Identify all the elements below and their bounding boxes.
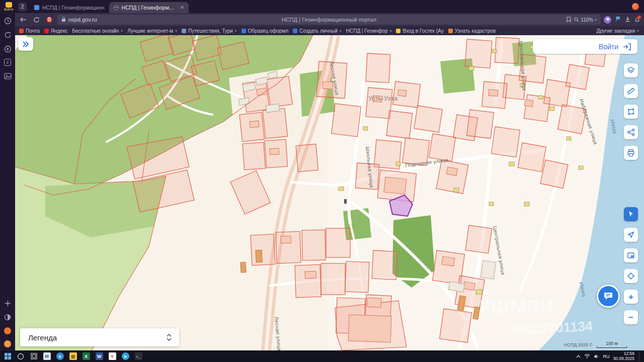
gallery-icon[interactable] <box>4 72 12 80</box>
expand-panel-button[interactable] <box>18 37 33 51</box>
login-label: Войти <box>599 43 618 51</box>
login-icon <box>622 43 631 51</box>
taskbar-clock[interactable]: 12:56 30.09.2025 <box>613 351 634 361</box>
alice-icon[interactable] <box>4 327 11 334</box>
browser-account-icon[interactable] <box>604 16 611 24</box>
chevron-down-icon: ▾ <box>340 29 342 33</box>
place-label: Усть-Ухта <box>368 95 398 102</box>
downloads-icon[interactable] <box>625 15 630 24</box>
bookmark-label: Почта <box>26 28 40 34</box>
locate-button[interactable] <box>624 269 638 283</box>
profile-avatar-icon <box>6 2 12 8</box>
url-field[interactable]: nspd.gov.ru НСПД | Геоинформационный пор… <box>57 15 601 25</box>
zoom-out-button[interactable]: − <box>624 310 638 324</box>
notifications-icon[interactable] <box>634 17 640 23</box>
bookmark-folder[interactable]: НСПД | Геоинфор▾ <box>346 28 392 34</box>
taskview-button[interactable] <box>27 350 40 362</box>
bookmark-label: Узнать кадастров <box>455 28 496 34</box>
play-icon[interactable] <box>4 45 12 53</box>
tab-close-icon[interactable]: × <box>180 4 184 11</box>
map-tools-panel <box>624 63 638 160</box>
taskbar-app-word[interactable]: W <box>93 350 106 362</box>
tab-favicon-icon <box>34 5 39 10</box>
language-indicator[interactable]: RU <box>603 354 609 359</box>
overview-map-button[interactable] <box>624 248 638 262</box>
add-panel-icon[interactable] <box>4 299 12 307</box>
share-button[interactable] <box>624 125 638 139</box>
tab-inactive[interactable]: НСПД | Геоинформацион <box>30 2 109 13</box>
legend-panel[interactable]: Легенда <box>20 328 179 346</box>
bookmark-item[interactable]: Образец оформл <box>242 28 289 34</box>
expand-collapse-icon <box>166 333 172 341</box>
login-button[interactable]: Войти <box>533 39 637 54</box>
volume-icon[interactable] <box>594 354 599 359</box>
taskbar-app-edge[interactable]: e <box>53 350 66 362</box>
other-bookmarks-button[interactable]: Другие закладки ▾ <box>597 28 639 34</box>
profile-label: Войти <box>4 8 13 11</box>
zoom-control[interactable]: 110% ▾ <box>574 17 597 23</box>
history-icon[interactable] <box>4 17 12 25</box>
map-container: Лесная улица Лесная улица Школьная улица… <box>15 35 644 350</box>
bookmark-flag-icon[interactable] <box>567 15 571 24</box>
bookmark-label: НСПД | Геоинфор <box>346 28 388 34</box>
taskbar-app-mail[interactable]: ✉ <box>40 350 53 362</box>
bookmark-favicon-icon <box>182 29 186 33</box>
bookmark-folder[interactable]: Лучшие интернет-м▾ <box>127 28 177 34</box>
taskbar-app-telegram[interactable]: ➤ <box>119 350 132 362</box>
tab-title: НСПД | Геоинформац... <box>122 5 177 11</box>
print-button[interactable] <box>624 146 638 160</box>
my-location-button[interactable] <box>624 228 638 242</box>
chat-button[interactable] <box>597 285 620 308</box>
polygon-icon <box>627 108 635 116</box>
bookmark-folder[interactable]: Путешествия, Тури▾ <box>182 28 237 34</box>
theme-icon[interactable] <box>4 313 12 321</box>
taskview-icon <box>31 353 37 359</box>
sync-icon[interactable] <box>4 31 12 39</box>
bookmark-favicon-icon <box>242 29 246 33</box>
tab-active[interactable]: НСПД | Геоинформац... × <box>109 2 189 13</box>
poi-marker <box>344 199 347 204</box>
zoom-in-button[interactable]: + <box>624 290 638 304</box>
bookmark-item[interactable]: Яндекс <box>44 28 68 34</box>
search-button[interactable] <box>14 350 27 362</box>
taskbar-app-excel[interactable]: X <box>79 350 93 362</box>
chevron-down-icon: ▾ <box>235 29 237 33</box>
target-icon <box>627 272 635 280</box>
chevron-down-icon: ▾ <box>637 29 639 33</box>
taskbar-app-yandex[interactable]: Y <box>106 350 119 362</box>
back-button[interactable] <box>18 15 28 25</box>
flag-icon[interactable] <box>615 15 621 24</box>
bookmarks-bar: Почта Яндекс Бесплатные онлайн▾ Лучшие и… <box>15 26 644 35</box>
share-icon <box>627 128 635 136</box>
globe-favicon-icon <box>114 5 119 10</box>
active-tool-button[interactable] <box>624 207 638 221</box>
tray-chevron-icon[interactable] <box>576 355 581 358</box>
browser-profile-button[interactable]: Войти <box>0 0 17 13</box>
scale-label: 100 м <box>597 341 627 346</box>
bookmark-folder[interactable]: Бесплатные онлайн▾ <box>72 28 123 34</box>
measure-button[interactable] <box>624 84 638 98</box>
start-button[interactable] <box>1 350 14 362</box>
bookmark-item[interactable]: Вход в Гостех (Ау <box>396 28 443 34</box>
taskbar-app-explorer[interactable]: ▣ <box>66 350 79 362</box>
layers-button[interactable] <box>624 63 638 77</box>
map-canvas[interactable]: Лесная улица Лесная улица Школьная улица… <box>15 35 644 350</box>
search-icon <box>17 353 24 360</box>
area-select-button[interactable] <box>624 105 638 119</box>
minus-icon: − <box>628 313 633 322</box>
services-icon[interactable] <box>4 340 11 347</box>
bookmark-item[interactable]: Узнать кадастров <box>448 28 496 34</box>
taskbar-app-terminal[interactable]: ›_ <box>132 350 145 362</box>
zen-icon[interactable]: z <box>4 59 11 66</box>
wifi-icon[interactable] <box>584 354 590 358</box>
location-arrow-icon <box>627 231 635 239</box>
action-center-button[interactable] <box>639 352 642 361</box>
yandex-service-icon[interactable] <box>44 15 54 25</box>
bookmark-folder[interactable]: Создать личный▾ <box>293 28 341 34</box>
chevron-down-icon: ▾ <box>390 29 392 33</box>
browser-update-icon[interactable] <box>632 3 639 10</box>
refresh-button[interactable] <box>31 15 41 25</box>
map-navigation-panel: + − <box>624 207 638 324</box>
tab-counter-button[interactable]: 2 <box>18 3 27 11</box>
bookmark-item[interactable]: Почта <box>19 28 40 34</box>
